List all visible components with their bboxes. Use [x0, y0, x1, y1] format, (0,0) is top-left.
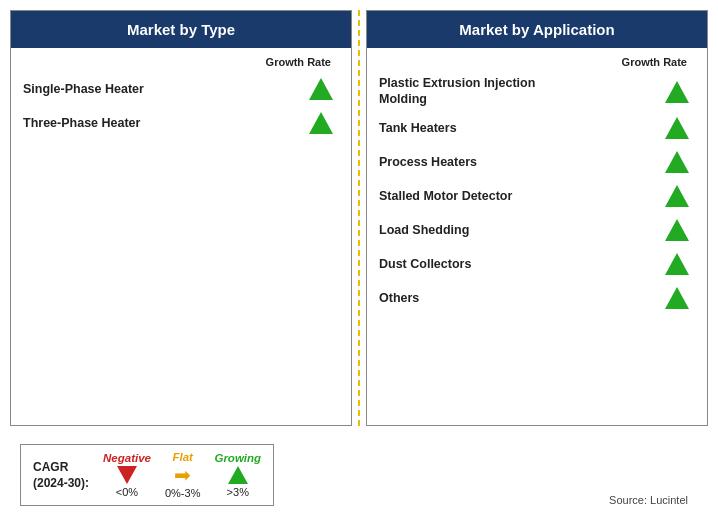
list-item: Single-Phase Heater — [23, 72, 339, 106]
arrow-up-icon — [665, 81, 689, 103]
item-label-load: Load Shedding — [379, 223, 665, 237]
cagr-year-label: (2024-30): — [33, 476, 89, 490]
panel-divider — [358, 10, 360, 426]
negative-label: Negative — [103, 452, 151, 464]
left-panel: Market by Type Growth Rate Single-Phase … — [10, 10, 352, 426]
item-label-stalled: Stalled Motor Detector — [379, 189, 665, 203]
item-label-process: Process Heaters — [379, 155, 665, 169]
list-item: Load Shedding — [379, 213, 695, 247]
item-label-tank: Tank Heaters — [379, 121, 665, 135]
legend-item-growing: Growing >3% — [214, 452, 261, 498]
negative-range: <0% — [116, 486, 138, 498]
growing-label: Growing — [214, 452, 261, 464]
arrow-up-icon — [665, 151, 689, 173]
flat-range: 0%-3% — [165, 487, 200, 499]
bottom-section: CAGR (2024-30): Negative <0% Flat ➡ 0%-3… — [0, 436, 718, 520]
arrow-up-icon — [665, 253, 689, 275]
arrow-up-icon — [665, 287, 689, 309]
legend-bar: CAGR (2024-30): Negative <0% Flat ➡ 0%-3… — [20, 444, 274, 506]
list-item: Three-Phase Heater — [23, 106, 339, 140]
right-panel-header: Market by Application — [367, 11, 707, 48]
cagr-label: CAGR — [33, 460, 68, 474]
flat-label: Flat — [172, 451, 192, 463]
left-growth-rate-label: Growth Rate — [23, 56, 339, 68]
source-label: Source: Lucintel — [609, 492, 702, 510]
arrow-up-icon — [665, 185, 689, 207]
arrow-up-icon — [228, 466, 248, 484]
legend-item-negative: Negative <0% — [103, 452, 151, 498]
right-panel: Market by Application Growth Rate Plasti… — [366, 10, 708, 426]
list-item: Tank Heaters — [379, 111, 695, 145]
arrow-down-icon — [117, 466, 137, 484]
right-growth-rate-label: Growth Rate — [379, 56, 695, 68]
item-label-plastic: Plastic Extrusion InjectionMolding — [379, 76, 665, 107]
legend-item-flat: Flat ➡ 0%-3% — [165, 451, 200, 499]
right-panel-content: Growth Rate Plastic Extrusion InjectionM… — [367, 48, 707, 425]
arrow-up-icon — [665, 117, 689, 139]
arrow-right-icon: ➡ — [174, 465, 191, 485]
left-panel-header: Market by Type — [11, 11, 351, 48]
list-item: Stalled Motor Detector — [379, 179, 695, 213]
item-label-dust: Dust Collectors — [379, 257, 665, 271]
list-item: Others — [379, 281, 695, 315]
list-item: Plastic Extrusion InjectionMolding — [379, 72, 695, 111]
arrow-up-icon — [309, 112, 333, 134]
list-item: Process Heaters — [379, 145, 695, 179]
growing-range: >3% — [227, 486, 249, 498]
left-panel-content: Growth Rate Single-Phase Heater Three-Ph… — [11, 48, 351, 425]
item-label-three-phase: Three-Phase Heater — [23, 116, 309, 130]
item-label-others: Others — [379, 291, 665, 305]
arrow-up-icon — [309, 78, 333, 100]
list-item: Dust Collectors — [379, 247, 695, 281]
arrow-up-icon — [665, 219, 689, 241]
item-label-single-phase: Single-Phase Heater — [23, 82, 309, 96]
